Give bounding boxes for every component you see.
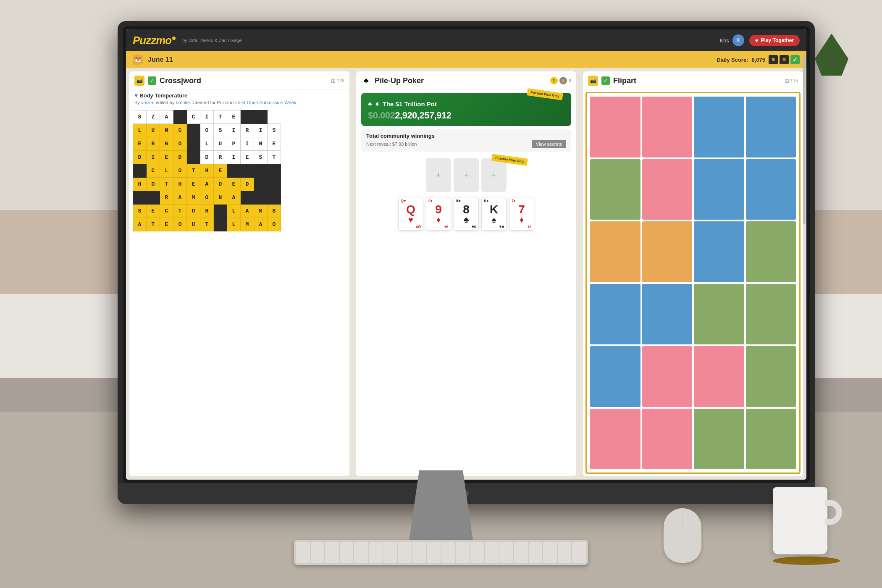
key[interactable] <box>514 542 528 563</box>
key[interactable] <box>441 542 455 563</box>
cw-cell[interactable]: C <box>187 110 200 124</box>
key[interactable] <box>485 542 499 563</box>
key[interactable] <box>369 542 383 563</box>
cw-cell-yellow[interactable]: N <box>160 124 173 137</box>
cw-cell-yellow[interactable]: A <box>200 178 214 191</box>
flipart-cell[interactable] <box>590 221 640 282</box>
cw-cell-yellow[interactable]: L <box>227 205 241 218</box>
cw-cell[interactable]: A <box>160 110 173 124</box>
credit-editor-link[interactable]: brooke <box>176 100 190 105</box>
cw-cell-yellow[interactable]: A <box>241 205 254 218</box>
cw-cell-yellow[interactable]: A <box>173 191 187 205</box>
flipart-cell[interactable] <box>694 284 744 345</box>
flipart-cell[interactable] <box>590 159 640 220</box>
cw-cell-yellow[interactable]: H <box>200 164 214 178</box>
key[interactable] <box>558 542 572 563</box>
flipart-cell[interactable] <box>746 409 796 470</box>
key[interactable] <box>572 542 586 563</box>
cw-cell-yellow[interactable]: O <box>173 137 187 151</box>
cw-cell[interactable]: R <box>214 151 227 164</box>
cw-cell-yellow[interactable]: S <box>133 205 147 218</box>
cw-cell-yellow[interactable]: M <box>187 191 200 205</box>
cw-cell[interactable]: O <box>200 124 214 137</box>
cw-cell-yellow[interactable]: E <box>214 164 227 178</box>
key[interactable] <box>311 542 325 563</box>
flipart-cell[interactable] <box>642 221 693 282</box>
poker-slot-2[interactable]: + <box>454 158 479 192</box>
cw-cell[interactable]: T <box>214 110 227 124</box>
play-together-button[interactable]: Play Together <box>749 35 800 46</box>
flipart-cell[interactable] <box>590 409 640 470</box>
cw-cell-yellow[interactable]: R <box>160 191 173 205</box>
cw-cell[interactable]: T <box>268 151 281 164</box>
scrollbar-track[interactable] <box>803 55 806 478</box>
cw-cell[interactable]: L <box>200 137 214 151</box>
key[interactable] <box>354 542 368 563</box>
key[interactable] <box>543 542 557 563</box>
cw-cell[interactable]: R <box>241 124 254 137</box>
credit-author-link[interactable]: vriska <box>141 100 153 105</box>
card-queen-hearts[interactable]: Q♥ Q ♥ Q♥ <box>398 197 423 231</box>
flipart-cell[interactable] <box>642 409 693 470</box>
flipart-cell[interactable] <box>642 284 693 345</box>
cw-cell[interactable]: I <box>227 124 241 137</box>
flipart-cell[interactable] <box>642 97 693 158</box>
cw-cell-yellow[interactable]: R <box>147 137 160 151</box>
view-secrets-button[interactable]: View secrets <box>532 140 566 148</box>
card-9-diamonds[interactable]: 9♦ 9 ♦ 9♦ <box>426 197 451 231</box>
cw-cell[interactable]: D <box>200 151 214 164</box>
cw-cell[interactable]: I <box>200 110 214 124</box>
key[interactable] <box>398 542 412 563</box>
cw-cell-yellow[interactable]: O <box>268 218 281 231</box>
user-avatar[interactable]: K <box>732 34 744 46</box>
flipart-cell[interactable] <box>590 284 640 345</box>
keyboard[interactable] <box>294 540 588 565</box>
flipart-cell[interactable] <box>642 346 693 407</box>
key[interactable] <box>499 542 513 563</box>
cw-cell-yellow[interactable]: E <box>147 205 160 218</box>
cw-cell-yellow[interactable]: H <box>133 178 147 191</box>
card-7-diamonds[interactable]: 7♦ 7 ♦ 7♦ <box>509 197 534 231</box>
cw-cell[interactable]: P <box>227 137 241 151</box>
cw-cell[interactable]: N <box>254 137 268 151</box>
cw-cell-yellow[interactable]: L <box>227 218 241 231</box>
cw-cell-yellow[interactable]: O <box>147 178 160 191</box>
cw-cell-yellow[interactable]: I <box>147 151 160 164</box>
cw-cell-yellow[interactable]: U <box>187 218 200 231</box>
flipart-cell[interactable] <box>694 221 744 282</box>
cw-cell-yellow[interactable]: E <box>133 137 147 151</box>
cw-cell-yellow[interactable]: H <box>173 178 187 191</box>
key[interactable] <box>340 542 354 563</box>
cw-cell-yellow[interactable]: A <box>254 218 268 231</box>
mouse[interactable] <box>664 508 701 563</box>
flipart-cell[interactable] <box>746 346 796 407</box>
cw-cell-yellow[interactable]: M <box>241 218 254 231</box>
cw-cell-yellow[interactable]: L <box>133 124 147 137</box>
scrollbar-thumb[interactable] <box>803 55 806 224</box>
flipart-cell[interactable] <box>590 346 640 407</box>
cw-cell[interactable]: E <box>268 137 281 151</box>
cw-cell-yellow[interactable]: O <box>187 205 200 218</box>
cw-cell[interactable]: S <box>268 124 281 137</box>
cw-cell-yellow[interactable]: A <box>133 218 147 231</box>
cw-cell-yellow[interactable]: E <box>160 218 173 231</box>
poker-slot-3[interactable]: + <box>481 158 507 192</box>
card-8-clubs[interactable]: 8♣ 8 ♣ 8♣ <box>454 197 479 231</box>
cw-cell[interactable]: S <box>214 124 227 137</box>
cw-cell-yellow[interactable]: R <box>200 205 214 218</box>
cw-cell-yellow[interactable]: T <box>187 164 200 178</box>
cw-cell-yellow[interactable]: T <box>173 205 187 218</box>
card-king-spades[interactable]: K♠ K ♠ K♠ <box>481 197 507 231</box>
cw-cell-yellow[interactable]: U <box>147 124 160 137</box>
cw-cell-yellow[interactable]: O <box>200 191 214 205</box>
flipart-cell[interactable] <box>694 409 744 470</box>
key[interactable] <box>529 542 543 563</box>
cw-cell-yellow[interactable]: T <box>200 218 214 231</box>
cw-cell[interactable]: I <box>254 124 268 137</box>
submission-week-link[interactable]: first Open Submission Week <box>238 100 297 105</box>
cw-cell[interactable]: S <box>133 110 147 124</box>
cw-cell[interactable]: I <box>227 151 241 164</box>
cw-cell[interactable]: E <box>241 151 254 164</box>
flipart-cell[interactable] <box>694 159 744 220</box>
flipart-cell[interactable] <box>694 97 744 158</box>
